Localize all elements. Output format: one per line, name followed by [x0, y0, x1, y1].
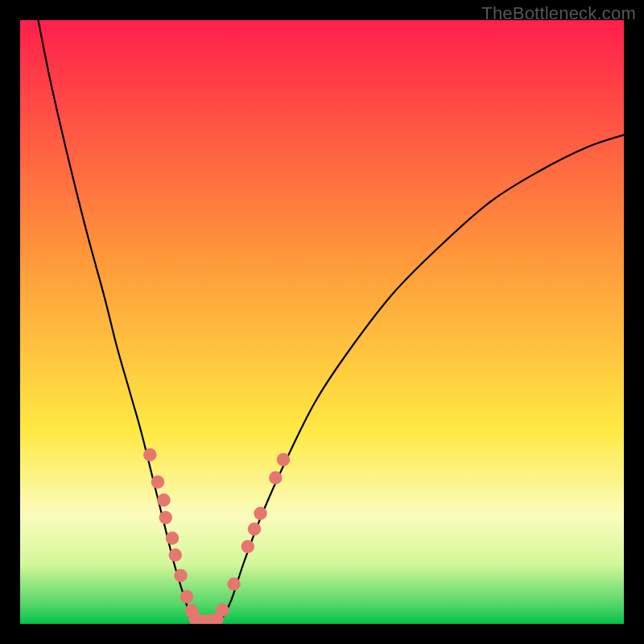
- marker-dot: [174, 569, 188, 583]
- marker-dot: [242, 540, 255, 554]
- marker-dot: [269, 471, 283, 485]
- marker-dot: [254, 507, 267, 521]
- chart-frame: [20, 20, 624, 624]
- marker-dot: [157, 493, 171, 507]
- marker-dot: [169, 548, 183, 562]
- marker-dot: [277, 453, 291, 467]
- watermark-text: TheBottleneck.com: [481, 3, 636, 24]
- bottleneck-curve-chart: [20, 20, 624, 624]
- marker-dot: [180, 590, 194, 604]
- marker-dot: [159, 511, 173, 525]
- marker-dot: [248, 522, 262, 536]
- marker-dot: [166, 531, 180, 545]
- marker-dot: [216, 604, 229, 617]
- marker-dot: [143, 448, 157, 462]
- marker-dot: [151, 476, 165, 489]
- marker-dot: [227, 577, 241, 591]
